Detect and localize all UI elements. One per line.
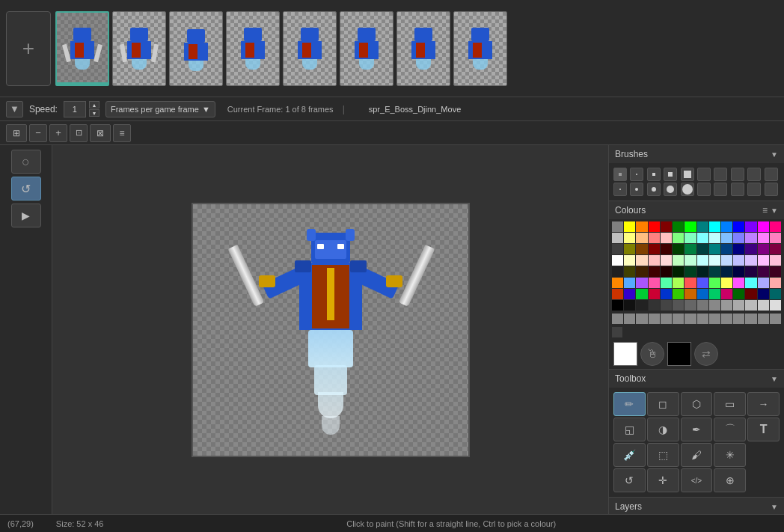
colour-cell[interactable] bbox=[758, 266, 769, 277]
colour-cell[interactable] bbox=[721, 266, 732, 277]
colour-cell[interactable] bbox=[649, 300, 660, 311]
play-btn[interactable]: ▶ bbox=[11, 204, 41, 227]
brush-item[interactable] bbox=[731, 183, 744, 196]
colour-cell[interactable] bbox=[709, 255, 720, 266]
colour-cell[interactable] bbox=[770, 300, 781, 311]
layers-header[interactable]: Layers ▼ bbox=[609, 498, 784, 514]
colour-cell[interactable] bbox=[661, 289, 672, 299]
colour-cell[interactable] bbox=[697, 278, 708, 288]
colour-cell[interactable] bbox=[697, 289, 708, 299]
tile-view-btn[interactable]: ⊠ bbox=[90, 124, 111, 142]
colour-cell[interactable] bbox=[636, 278, 647, 288]
colour-cell[interactable] bbox=[709, 221, 720, 232]
colour-cell[interactable] bbox=[770, 233, 781, 243]
colour-cell[interactable] bbox=[673, 289, 684, 299]
colour-cell[interactable] bbox=[758, 255, 769, 266]
colour-cell[interactable] bbox=[624, 266, 635, 277]
colour-cell[interactable] bbox=[612, 314, 623, 324]
colour-cell[interactable] bbox=[745, 221, 756, 232]
brush-item[interactable] bbox=[765, 183, 778, 196]
background-swatch[interactable] bbox=[667, 342, 691, 366]
colour-cell[interactable] bbox=[649, 278, 660, 288]
colour-cell[interactable] bbox=[709, 233, 720, 243]
speed-down-button[interactable]: ▼ bbox=[89, 109, 99, 117]
colour-cell[interactable] bbox=[685, 289, 696, 299]
brush-item[interactable] bbox=[747, 168, 761, 181]
colour-cell[interactable] bbox=[770, 289, 781, 299]
colour-cell[interactable] bbox=[721, 289, 732, 299]
brush-item[interactable] bbox=[613, 183, 627, 196]
magic-wand-tool[interactable]: ⬚ bbox=[647, 443, 679, 467]
speed-control[interactable]: ▲ ▼ bbox=[64, 101, 99, 117]
colour-cell[interactable] bbox=[661, 255, 672, 266]
colour-cell[interactable] bbox=[661, 221, 672, 232]
colour-cell[interactable] bbox=[685, 244, 696, 254]
rotate-tool[interactable]: ↺ bbox=[613, 468, 646, 492]
loop-btn[interactable]: ↺ bbox=[11, 177, 41, 201]
colour-cell[interactable] bbox=[745, 314, 756, 324]
colour-cell[interactable] bbox=[758, 300, 769, 311]
colour-cell[interactable] bbox=[612, 244, 623, 254]
colour-cell[interactable] bbox=[733, 221, 744, 232]
flood-fill-tool[interactable]: ⬡ bbox=[681, 392, 713, 416]
animate-dropdown[interactable]: ▼ bbox=[6, 101, 23, 117]
colour-cell[interactable] bbox=[636, 266, 647, 277]
colour-cell[interactable] bbox=[661, 300, 672, 311]
colour-cell[interactable] bbox=[624, 244, 635, 254]
colour-cell[interactable] bbox=[685, 255, 696, 266]
brush-item[interactable] bbox=[664, 183, 677, 196]
colour-cell[interactable] bbox=[612, 300, 623, 311]
pixel-pen-tool[interactable]: ✒ bbox=[681, 418, 713, 441]
colour-cell[interactable] bbox=[733, 266, 744, 277]
menu-view-btn[interactable]: ≡ bbox=[113, 124, 131, 142]
brush-item[interactable] bbox=[747, 183, 761, 196]
speed-input[interactable] bbox=[64, 101, 86, 117]
colour-cell[interactable] bbox=[758, 244, 769, 254]
brush-item[interactable] bbox=[613, 168, 627, 181]
colour-cell[interactable] bbox=[697, 300, 708, 311]
colour-cell[interactable] bbox=[709, 314, 720, 324]
brush-item[interactable] bbox=[681, 168, 694, 181]
colour-cell[interactable] bbox=[649, 266, 660, 277]
colour-cell[interactable] bbox=[697, 221, 708, 232]
colour-cell[interactable] bbox=[624, 233, 635, 243]
colour-cell[interactable] bbox=[661, 278, 672, 288]
colour-cell[interactable] bbox=[770, 255, 781, 266]
colour-cell[interactable] bbox=[709, 300, 720, 311]
colour-cell[interactable] bbox=[758, 289, 769, 299]
colour-cell[interactable] bbox=[636, 300, 647, 311]
colour-cell[interactable] bbox=[770, 221, 781, 232]
colour-cell[interactable] bbox=[758, 221, 769, 232]
frame-4[interactable] bbox=[226, 11, 280, 86]
colour-cell[interactable] bbox=[770, 278, 781, 288]
colour-cell[interactable] bbox=[770, 244, 781, 254]
colour-cell[interactable] bbox=[636, 221, 647, 232]
colour-cell[interactable] bbox=[733, 278, 744, 288]
colour-cell-single[interactable] bbox=[612, 327, 622, 337]
colour-cell[interactable] bbox=[697, 244, 708, 254]
colour-cell[interactable] bbox=[721, 221, 732, 232]
colour-cell[interactable] bbox=[709, 278, 720, 288]
brush-item[interactable] bbox=[630, 168, 643, 181]
paint-brush-tool[interactable]: 🖌 bbox=[681, 443, 713, 467]
colour-cell[interactable] bbox=[612, 278, 623, 288]
brush-item[interactable] bbox=[630, 183, 643, 196]
colour-cell[interactable] bbox=[721, 278, 732, 288]
colour-cell[interactable] bbox=[624, 255, 635, 266]
frame-3[interactable] bbox=[169, 11, 223, 86]
colour-cell[interactable] bbox=[649, 314, 660, 324]
color-pick-tool[interactable]: 💉 bbox=[613, 443, 646, 467]
colour-cell[interactable] bbox=[661, 233, 672, 243]
speed-up-button[interactable]: ▲ bbox=[89, 101, 99, 108]
text-tool[interactable]: T bbox=[747, 418, 780, 441]
colour-cell[interactable] bbox=[649, 233, 660, 243]
pencil-tool[interactable]: ✏ bbox=[613, 392, 646, 416]
colour-cell[interactable] bbox=[733, 255, 744, 266]
transform-tool[interactable]: ⊕ bbox=[714, 468, 746, 492]
colour-cell[interactable] bbox=[636, 233, 647, 243]
brush-item[interactable] bbox=[697, 183, 711, 196]
colour-cell[interactable] bbox=[733, 244, 744, 254]
colour-cell[interactable] bbox=[758, 278, 769, 288]
colour-cell[interactable] bbox=[636, 255, 647, 266]
zoom-out-btn[interactable]: − bbox=[29, 124, 47, 142]
